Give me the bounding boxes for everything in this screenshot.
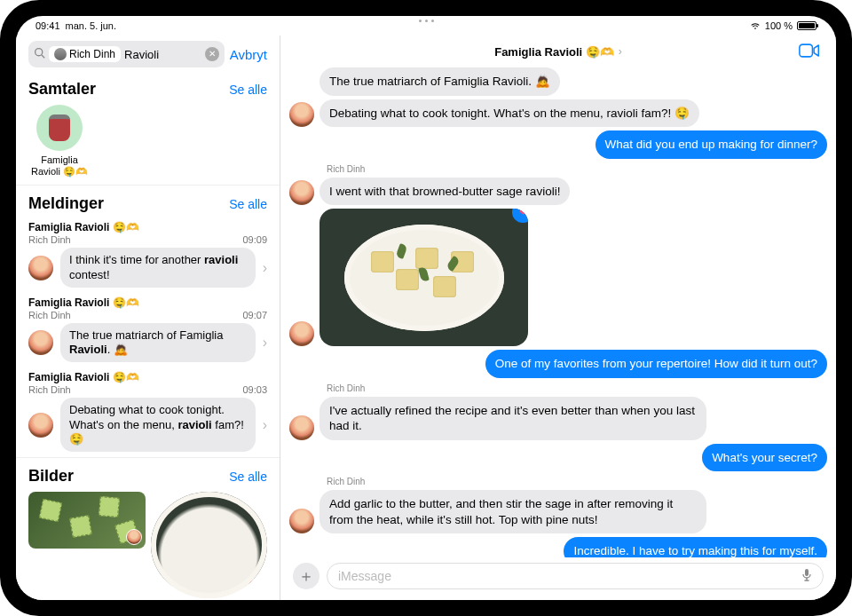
chat-title: Famiglia Ravioli 🤤🫶: [494, 45, 614, 59]
tapback-heart-icon[interactable]: ❤: [512, 209, 528, 223]
status-date: man. 5. jun.: [66, 20, 116, 31]
chevron-right-icon: ›: [263, 335, 267, 351]
avatar: [28, 413, 53, 438]
battery-pct: 100 %: [765, 20, 793, 31]
message-group: Famiglia Ravioli 🤤🫶: [28, 371, 267, 383]
section-title-conversations: Samtaler: [28, 80, 96, 99]
message-result[interactable]: Famiglia Ravioli 🤤🫶 Rich Dinh 09:03 Deba…: [16, 367, 280, 457]
chat-pane: Famiglia Ravioli 🤤🫶 › The true matriarch…: [280, 36, 836, 600]
message-time: 09:09: [242, 234, 267, 245]
search-icon: [34, 47, 45, 61]
facetime-button[interactable]: [799, 43, 820, 62]
message-sender-label: Rich Dinh: [327, 477, 827, 486]
search-pill-person[interactable]: Rich Dinh: [49, 46, 121, 62]
conversation-name: Famiglia Ravioli 🤤🫶: [28, 154, 91, 178]
received-message[interactable]: The true matriarch of Famiglia Ravioli. …: [320, 67, 560, 96]
status-bar: 09:41 man. 5. jun. 100 %: [16, 16, 836, 36]
status-time: 09:41: [36, 20, 60, 31]
message-sender-label: Rich Dinh: [327, 383, 827, 393]
svg-rect-3: [805, 569, 809, 576]
see-all-images[interactable]: Se alle: [229, 470, 267, 484]
avatar: [289, 321, 314, 346]
sidebar: Rich Dinh Ravioli ✕ Avbryt Samtaler Se a…: [16, 36, 280, 600]
received-message[interactable]: I went with that browned-butter sage rav…: [320, 178, 570, 206]
avatar: [289, 180, 314, 205]
battery-icon: [797, 21, 816, 30]
sent-message[interactable]: One of my favorites from your repertoire…: [485, 350, 827, 378]
avatar: [289, 415, 314, 440]
search-input[interactable]: Rich Dinh Ravioli ✕: [28, 41, 225, 67]
message-result[interactable]: Famiglia Ravioli 🤤🫶 Rich Dinh 09:09 I th…: [16, 217, 280, 293]
message-preview: The true matriarch of Famiglia Ravioli. …: [60, 323, 256, 363]
clear-icon[interactable]: ✕: [205, 47, 219, 61]
svg-point-0: [36, 49, 43, 56]
message-sender: Rich Dinh: [28, 310, 71, 320]
wifi-icon: [750, 21, 761, 30]
message-sender-label: Rich Dinh: [327, 164, 827, 174]
svg-line-1: [42, 55, 44, 58]
message-time: 09:07: [242, 310, 267, 320]
chevron-right-icon: ›: [263, 260, 267, 276]
chat-header[interactable]: Famiglia Ravioli 🤤🫶 ›: [280, 36, 836, 67]
avatar: [28, 256, 53, 280]
image-result[interactable]: [28, 492, 146, 549]
conversation-result[interactable]: Famiglia Ravioli 🤤🫶: [28, 105, 91, 178]
person-icon: [54, 48, 67, 60]
sent-message[interactable]: What did you end up making for dinner?: [596, 130, 827, 159]
section-title-images: Bilder: [28, 467, 74, 486]
group-avatar: [36, 105, 83, 151]
avatar: [289, 509, 314, 533]
message-sender: Rich Dinh: [28, 384, 71, 395]
sent-message[interactable]: Incredible. I have to try making this fo…: [564, 537, 827, 557]
avatar: [248, 579, 264, 595]
message-preview: I think it's time for another ravioli co…: [60, 248, 256, 288]
see-all-messages[interactable]: Se alle: [229, 197, 267, 211]
sent-message[interactable]: What's your secret?: [702, 444, 827, 472]
message-placeholder: iMessage: [338, 569, 391, 583]
avatar: [126, 529, 142, 545]
message-input[interactable]: iMessage: [327, 563, 824, 589]
message-preview: Debating what to cook tonight. What's on…: [60, 398, 256, 452]
message-sender: Rich Dinh: [28, 234, 71, 245]
multitask-dots[interactable]: [416, 20, 436, 23]
received-message[interactable]: Debating what to cook tonight. What's on…: [320, 99, 699, 128]
message-time: 09:03: [242, 384, 267, 395]
avatar: [289, 102, 314, 127]
search-pill-name: Rich Dinh: [69, 48, 115, 60]
received-message[interactable]: I've actually refined the recipe and it'…: [320, 397, 706, 440]
image-result[interactable]: [151, 492, 268, 598]
svg-rect-2: [800, 44, 813, 57]
avatar: [28, 330, 53, 355]
image-message[interactable]: ❤: [320, 209, 528, 346]
see-all-conversations[interactable]: Se alle: [229, 83, 267, 97]
chevron-right-icon: ›: [263, 417, 267, 433]
section-title-messages: Meldinger: [28, 194, 104, 213]
message-result[interactable]: Famiglia Ravioli 🤤🫶 Rich Dinh 09:07 The …: [16, 293, 280, 368]
search-cancel-button[interactable]: Avbryt: [230, 47, 267, 62]
chevron-right-icon: ›: [619, 45, 622, 58]
message-group: Famiglia Ravioli 🤤🫶: [28, 296, 267, 309]
search-query-text: Ravioli: [124, 48, 159, 61]
received-message[interactable]: Add garlic to the butter, and then stir …: [320, 490, 706, 533]
attach-button[interactable]: ＋: [293, 563, 320, 589]
dictate-icon[interactable]: [801, 568, 812, 585]
message-group: Famiglia Ravioli 🤤🫶: [28, 221, 267, 233]
